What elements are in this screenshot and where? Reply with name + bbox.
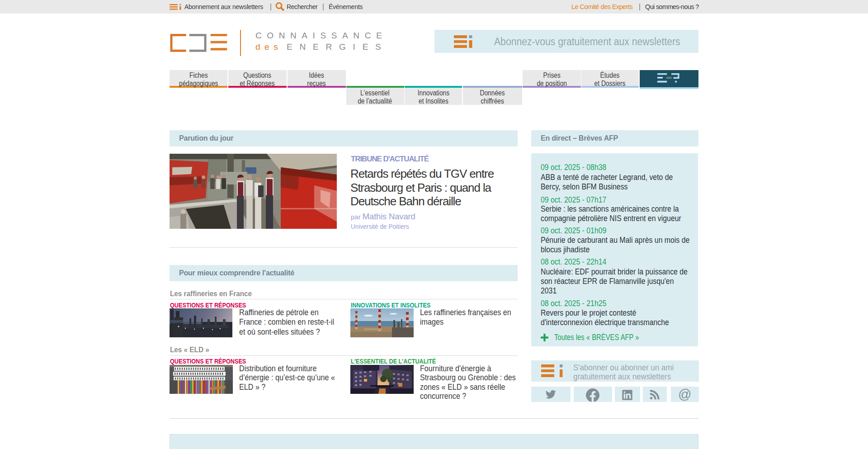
svg-text:2050: 2050: [666, 76, 672, 79]
